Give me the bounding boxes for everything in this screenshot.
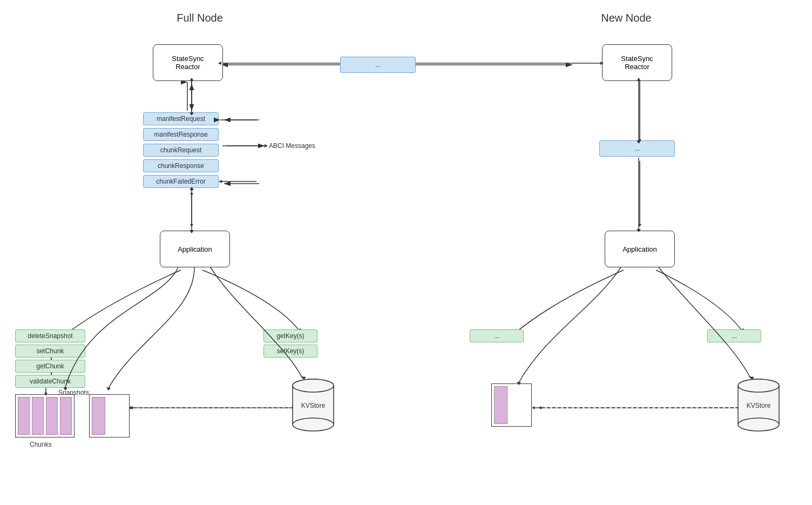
msg-chunkRequest: chunkRequest — [143, 144, 219, 157]
new-node-statesync-reactor: StateSync Reactor — [602, 44, 672, 81]
green-deleteSnapshot: deleteSnapshot — [15, 329, 85, 342]
new-node-green-right: ... — [707, 329, 761, 342]
svg-marker-27 — [538, 406, 542, 409]
svg-marker-55 — [106, 387, 111, 390]
green-getKeys: getKey(s) — [263, 329, 317, 342]
full-node-application: Application — [160, 231, 230, 267]
diagram-container: Full Node New Node — [0, 0, 812, 505]
svg-marker-16 — [190, 224, 193, 227]
new-node-title: New Node — [572, 12, 680, 24]
svg-point-32 — [293, 418, 334, 431]
green-setKeys: setKey(s) — [263, 345, 317, 358]
svg-marker-49 — [265, 144, 268, 147]
new-node-green-left: ... — [470, 329, 524, 342]
full-node-connection-box: ... — [340, 57, 416, 73]
svg-point-40 — [738, 379, 779, 392]
msg-manifestResponse: manifestResponse — [143, 128, 219, 141]
svg-marker-57 — [130, 406, 133, 409]
snapshot-store-new — [491, 383, 532, 427]
chunks-store — [15, 394, 75, 437]
snapshot-store-full — [89, 394, 130, 437]
green-getChunk: getChunk — [15, 360, 85, 373]
msg-manifestRequest: manifestRequest — [143, 112, 219, 125]
kvstore-cylinder-full: KVStore — [292, 378, 335, 432]
full-node-statesync-reactor: StateSync Reactor — [153, 44, 223, 81]
chunks-label: Chunks — [30, 441, 52, 448]
svg-point-33 — [293, 379, 334, 392]
new-node-application: Application — [605, 231, 675, 267]
full-node-title: Full Node — [146, 12, 254, 24]
svg-text:KVStore: KVStore — [747, 402, 771, 409]
abci-messages-label: ABCI Messages — [269, 142, 315, 150]
green-setChunk: setChunk — [15, 345, 85, 358]
svg-marker-25 — [638, 224, 641, 227]
msg-chunkFailedError: chunkFailedError — [143, 175, 219, 188]
msg-chunkResponse: chunkResponse — [143, 159, 219, 172]
green-validateChunk: validateChunk — [15, 375, 85, 388]
kvstore-cylinder-new: KVStore — [737, 378, 780, 432]
svg-text:KVStore: KVStore — [301, 402, 326, 409]
new-node-blue-box: ... — [599, 140, 675, 157]
svg-marker-68 — [532, 406, 535, 409]
svg-marker-47 — [219, 180, 222, 183]
svg-marker-17 — [190, 192, 193, 194]
svg-point-39 — [738, 418, 779, 431]
